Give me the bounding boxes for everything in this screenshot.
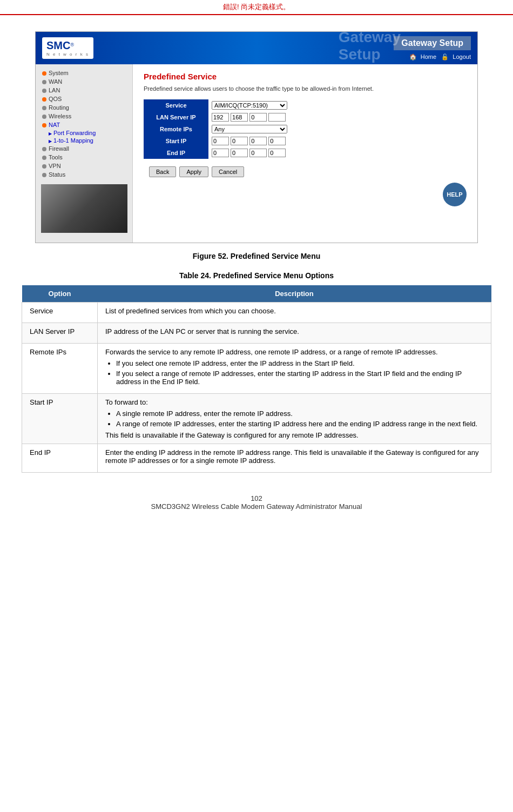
header-title-area: Gateway Setup Gateway Setup 🏠 Home 🔓 Log… xyxy=(394,36,471,61)
home-link[interactable]: Home xyxy=(421,53,436,60)
sidebar-item-nat[interactable]: NAT xyxy=(36,120,132,129)
predefined-service-form: Service AIM/ICQ(TCP:5190) LAN Server IP xyxy=(144,99,360,159)
bullet-icon xyxy=(42,89,46,93)
doc-area: SMC® N e t w o r k s Gateway Setup Gatew… xyxy=(0,15,513,532)
start-ip1-input[interactable] xyxy=(212,137,229,145)
predefined-service-title: Predefined Service xyxy=(144,72,467,81)
gateway-sidebar: System WAN LAN QOS Routing Wireless xyxy=(36,64,133,243)
start-ip3-input[interactable] xyxy=(249,137,267,145)
sidebar-item-lan[interactable]: LAN xyxy=(36,86,132,95)
start-ip-row: Start IP xyxy=(144,135,360,147)
table-cell-option: End IP xyxy=(22,444,98,473)
form-buttons: Back Apply Cancel xyxy=(144,166,467,177)
sidebar-item-vpn[interactable]: VPN xyxy=(36,162,132,170)
lan-ip3-input[interactable] xyxy=(249,113,267,122)
header-nav: 🏠 Home 🔓 Logout xyxy=(409,52,471,61)
lan-ip1-input[interactable] xyxy=(212,113,229,122)
table-cell-description: IP address of the LAN PC or server that … xyxy=(98,323,491,344)
help-button[interactable]: HELP xyxy=(443,183,467,206)
page-footer: 102 SMCD3GN2 Wireless Cable Modem Gatewa… xyxy=(22,494,491,521)
table-header-description: Description xyxy=(98,285,491,303)
end-ip-row: End IP xyxy=(144,147,360,159)
end-ip-label: End IP xyxy=(144,147,208,159)
table-row: End IPEnter the ending IP address in the… xyxy=(22,444,491,473)
sidebar-item-tools[interactable]: Tools xyxy=(36,153,132,162)
table-cell-option: Service xyxy=(22,303,98,323)
service-value-cell: AIM/ICQ(TCP:5190) xyxy=(208,99,360,111)
table-cell-option: Start IP xyxy=(22,394,98,444)
sidebar-item-port-forwarding[interactable]: Port Forwarding xyxy=(36,129,132,137)
start-ip-label: Start IP xyxy=(144,135,208,147)
end-ip-inputs xyxy=(208,147,360,159)
table-caption: Table 24. Predefined Service Menu Option… xyxy=(22,271,491,280)
table-row: Remote IPsForwards the service to any re… xyxy=(22,344,491,394)
remote-ips-select[interactable]: Any xyxy=(212,125,287,133)
cancel-button[interactable]: Cancel xyxy=(212,166,244,177)
table-cell-description: List of predefined services from which y… xyxy=(98,303,491,323)
bullet-icon xyxy=(42,147,46,151)
bullet-icon xyxy=(42,106,46,110)
table-header-option: Option xyxy=(22,285,98,303)
sidebar-item-wan[interactable]: WAN xyxy=(36,77,132,86)
table-header-row: Option Description xyxy=(22,285,491,303)
table-cell-description: To forward to:A single remote IP address… xyxy=(98,394,491,444)
gateway-header: SMC® N e t w o r k s Gateway Setup Gatew… xyxy=(36,32,477,64)
gateway-subtitle: Gateway Setup xyxy=(394,36,471,50)
sidebar-item-qos[interactable]: QOS xyxy=(36,95,132,103)
apply-button[interactable]: Apply xyxy=(179,166,208,177)
logout-link[interactable]: Logout xyxy=(453,53,471,60)
page-number: 102 xyxy=(22,494,491,502)
sidebar-item-firewall[interactable]: Firewall xyxy=(36,144,132,153)
gateway-body: System WAN LAN QOS Routing Wireless xyxy=(36,64,477,243)
bullet-icon xyxy=(42,123,46,127)
options-table: Option Description ServiceList of predef… xyxy=(22,285,491,473)
gateway-big-title: Gateway Setup xyxy=(339,29,401,63)
table-row: ServiceList of predefined services from … xyxy=(22,303,491,323)
end-ip3-input[interactable] xyxy=(249,149,267,157)
table-row: LAN Server IPIP address of the LAN PC or… xyxy=(22,323,491,344)
gateway-screenshot: SMC® N e t w o r k s Gateway Setup Gatew… xyxy=(35,31,478,243)
lan-server-ip-label: LAN Server IP xyxy=(144,111,208,123)
service-row: Service AIM/ICQ(TCP:5190) xyxy=(144,99,360,111)
start-ip2-input[interactable] xyxy=(231,137,248,145)
remote-ips-row: Remote IPs Any xyxy=(144,123,360,135)
table-cell-option: Remote IPs xyxy=(22,344,98,394)
remote-ips-value-cell: Any xyxy=(208,123,360,135)
lan-ip4-input[interactable] xyxy=(268,113,286,122)
bullet-icon xyxy=(42,164,46,169)
table-cell-option: LAN Server IP xyxy=(22,323,98,344)
lan-ip2-input[interactable] xyxy=(231,113,248,122)
end-ip1-input[interactable] xyxy=(212,149,229,157)
sidebar-item-routing[interactable]: Routing xyxy=(36,103,132,112)
smc-brand-text: SMC® xyxy=(46,43,74,51)
gateway-main-content: Predefined Service Predefined service al… xyxy=(133,64,477,243)
service-label: Service xyxy=(144,99,208,111)
table-row: Start IPTo forward to:A single remote IP… xyxy=(22,394,491,444)
lan-server-ip-inputs xyxy=(208,111,360,123)
networks-text: N e t w o r k s xyxy=(46,52,89,57)
bullet-icon xyxy=(42,80,46,84)
predefined-service-desc: Predefined service allows users to choos… xyxy=(144,85,467,92)
sidebar-item-1to1-mapping[interactable]: 1-to-1 Mapping xyxy=(36,137,132,144)
service-select[interactable]: AIM/ICQ(TCP:5190) xyxy=(212,101,287,110)
manual-title: SMCD3GN2 Wireless Cable Modem Gateway Ad… xyxy=(22,502,491,511)
remote-ips-label: Remote IPs xyxy=(144,123,208,135)
smc-logo: SMC® N e t w o r k s xyxy=(42,37,93,59)
sidebar-item-wireless[interactable]: Wireless xyxy=(36,112,132,120)
bullet-icon xyxy=(42,156,46,160)
bullet-icon xyxy=(42,71,46,76)
error-text: 錯誤! 尚未定義樣式。 xyxy=(223,3,290,11)
table-cell-description: Forwards the service to any remote IP ad… xyxy=(98,344,491,394)
start-ip-inputs xyxy=(208,135,360,147)
bullet-icon xyxy=(42,115,46,119)
end-ip2-input[interactable] xyxy=(231,149,248,157)
sidebar-item-status[interactable]: Status xyxy=(36,170,132,179)
start-ip4-input[interactable] xyxy=(268,137,286,145)
table-cell-description: Enter the ending IP address in the remot… xyxy=(98,444,491,473)
sidebar-item-system[interactable]: System xyxy=(36,69,132,77)
back-button[interactable]: Back xyxy=(149,166,176,177)
bullet-icon xyxy=(42,173,46,177)
bullet-icon xyxy=(42,97,46,102)
sidebar-decorative-image xyxy=(41,184,127,233)
end-ip4-input[interactable] xyxy=(268,149,286,157)
